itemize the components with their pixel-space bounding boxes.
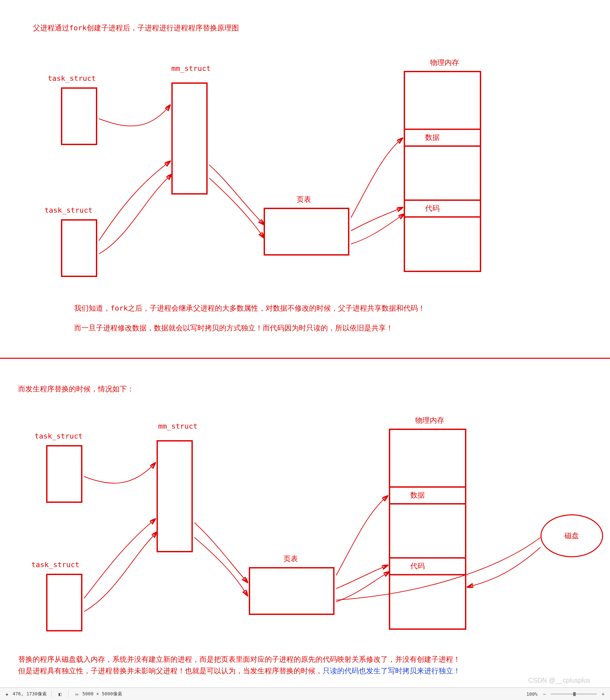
label-physmem-1: 物理内存 [430, 58, 459, 67]
segment-data-2 [389, 486, 466, 504]
label-page-table-2: 页表 [284, 554, 298, 564]
segment-code-label-1: 代码 [425, 203, 439, 213]
diagram2-title: 而发生程序替换的时候，情况如下： [18, 384, 134, 394]
segment-data-label-1: 数据 [425, 133, 439, 142]
diagram1-note1: 我们知道，fork之后，子进程会继承父进程的大多数属性，对数据不修改的时候，父子… [74, 304, 425, 313]
box-page-table-1 [264, 208, 349, 255]
canvas-dims: 5000 × 5000像素 [82, 691, 122, 697]
zoom-value: 100% [526, 691, 537, 697]
diagram1-title: 父进程通过fork创建子进程后，子进程进行进程程序替换原理图 [33, 23, 239, 33]
zoom-in-button[interactable]: + [599, 690, 607, 698]
segment-code-label-2: 代码 [410, 561, 425, 571]
label-task-struct-parent-1: task_struct [48, 74, 96, 82]
diagram2-note2a: 但是进程具有独立性，子进程替换并未影响父进程！也就是可以认为，当发生程序替换的时… [18, 667, 323, 675]
label-task-struct-parent-2: task_struct [35, 432, 83, 440]
box-mm-struct-1 [171, 82, 208, 195]
diagram2-note1: 替换的程序从磁盘载入内存，系统并没有建立新的进程，而是把页表里面对应的子进程的原… [18, 654, 460, 664]
cursor-pos-icon: ✚ [3, 690, 11, 698]
canvas-size-icon: ▭ [73, 690, 80, 698]
label-task-struct-child-2: task_struct [31, 561, 79, 569]
diagram1-note2: 而一旦子进程修改数据，数据就会以写时拷贝的方式独立！而代码因为时只读的，所以依旧… [74, 323, 393, 333]
label-task-struct-child-1: task_struct [45, 206, 93, 214]
box-mm-struct-2 [157, 440, 193, 552]
zoom-slider[interactable] [551, 694, 597, 695]
status-bar: ✚ 476, 1730像素 ◧ ▭ 5000 × 5000像素 100% − + [0, 687, 610, 700]
disk-node: 磁盘 [541, 514, 603, 557]
diagram2-note2b: 只读的代码也发生了写时拷贝来进行独立！ [323, 667, 460, 675]
box-task-struct-child-2 [46, 574, 82, 632]
diagram2-note2: 但是进程具有独立性，子进程替换并未影响父进程！也就是可以认为，当发生程序替换的时… [18, 666, 460, 676]
disk-label: 磁盘 [564, 531, 579, 541]
watermark: CSDN @__cplusplus [528, 676, 590, 684]
section-divider [0, 358, 610, 359]
box-task-struct-parent-1 [61, 88, 97, 145]
label-page-table-1: 页表 [296, 195, 311, 204]
box-physmem-1 [404, 71, 481, 272]
zoom-out-button[interactable]: − [541, 690, 548, 698]
segment-code-2 [389, 557, 466, 575]
diagram-canvas: 父进程通过fork创建子进程后，子进程进行进程程序替换原理图 task_stru… [0, 0, 610, 700]
box-physmem-2 [389, 429, 466, 630]
label-mm-struct-1: mm_struct [171, 64, 211, 73]
segment-data-label-2: 数据 [410, 490, 425, 500]
label-physmem-2: 物理内存 [415, 416, 444, 425]
box-task-struct-child-1 [61, 219, 97, 277]
selection-icon: ◧ [57, 690, 64, 698]
box-task-struct-parent-2 [46, 445, 82, 503]
segment-code-1 [404, 200, 481, 218]
label-mm-struct-2: mm_struct [158, 422, 197, 430]
cursor-pos: 476, 1730像素 [13, 691, 47, 697]
segment-data-1 [404, 129, 481, 147]
box-page-table-2 [249, 567, 335, 615]
